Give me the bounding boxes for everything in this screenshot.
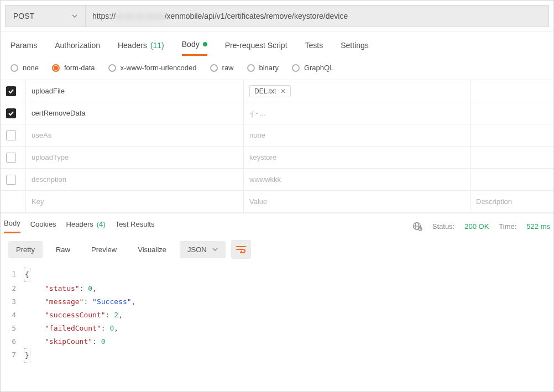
radio-raw[interactable]: raw [210,64,234,72]
radio-x-www[interactable]: x-www-form-urlencoded [108,64,197,72]
radio-icon [108,64,116,72]
http-method-label: POST [13,12,34,20]
remove-file-icon[interactable]: ✕ [280,87,286,95]
viewer-raw-button[interactable]: Raw [48,241,78,258]
description-cell[interactable] [471,102,553,124]
time-label: Time: [499,222,516,231]
row-checkbox-cell [1,147,26,168]
time-value: 522 ms [526,222,550,231]
key-cell[interactable]: uploadType [26,147,244,168]
row-checkbox[interactable] [6,108,16,118]
row-checkbox-cell [1,102,26,124]
key-cell[interactable]: useAs [26,124,244,146]
file-chip: DEL.txt ✕ [249,85,291,97]
value-cell[interactable]: ·{ - ... [244,102,471,124]
viewer-pretty-button[interactable]: Pretty [8,241,43,258]
row-checkbox[interactable] [6,86,16,96]
tab-params[interactable]: Params [11,40,37,56]
radio-binary[interactable]: binary [247,64,279,72]
description-cell[interactable] [471,169,553,190]
tab-tests[interactable]: Tests [305,40,323,56]
request-tabs: Params Authorization Headers(11) Body Pr… [1,32,553,56]
status-value: 200 OK [464,222,489,231]
response-tab-cookies[interactable]: Cookies [30,220,56,233]
response-tab-body[interactable]: Body [4,219,20,233]
value-cell[interactable]: Value [244,191,471,212]
url-prefix: https:// [92,12,116,20]
description-cell[interactable]: Description [471,191,553,212]
response-tabs: Body Cookies Headers(4) Test Results Sta… [1,213,553,233]
response-tab-headers[interactable]: Headers(4) [66,220,106,233]
row-checkbox[interactable] [6,153,16,163]
key-cell[interactable]: Key [26,191,244,212]
radio-icon [292,64,300,72]
response-tab-test-results[interactable]: Test Results [116,220,155,233]
dot-indicator-icon [203,42,207,46]
tab-prerequest[interactable]: Pre-request Script [225,40,288,56]
radio-icon [11,64,18,72]
radio-none[interactable]: none [11,64,39,72]
response-body-viewer[interactable]: 1{ 2"status": 0, 3"message": "Success", … [1,265,553,374]
table-row: uploadFile DEL.txt ✕ [1,80,553,102]
description-cell[interactable] [471,80,553,102]
status-label: Status: [432,222,454,231]
key-cell[interactable]: uploadFile [26,80,244,102]
file-name: DEL.txt [254,87,276,95]
table-row: uploadType keystore [1,147,553,169]
radio-icon [210,64,218,72]
viewer-visualize-button[interactable]: Visualize [130,241,174,258]
description-cell[interactable] [471,124,553,146]
description-cell[interactable] [471,147,553,168]
tab-authorization[interactable]: Authorization [55,40,100,56]
row-checkbox[interactable] [6,175,16,185]
value-cell[interactable]: wwwwkkk [244,169,471,190]
tab-body[interactable]: Body [182,40,207,56]
tab-settings[interactable]: Settings [341,40,369,56]
chevron-down-icon [212,247,218,252]
table-row: useAs none [1,124,553,147]
chevron-down-icon [72,12,77,20]
row-checkbox-cell [1,191,26,212]
radio-form-data[interactable]: form-data [52,64,95,72]
tab-headers[interactable]: Headers(11) [118,40,164,56]
viewer-toolbar: Pretty Raw Preview Visualize JSON [1,233,553,265]
table-row: description wwwwkkk [1,169,553,191]
value-placeholder: ·{ - ... [249,109,266,117]
row-checkbox-cell [1,169,26,190]
radio-icon [247,64,255,72]
row-checkbox-cell [1,80,26,102]
url-redacted: xx.xx.xx.xxxxx [116,12,165,20]
key-cell[interactable]: certRemoveData [26,102,244,124]
request-bar: POST https:// xx.xx.xx.xxxxx /xenmobile/… [1,1,553,32]
table-row: certRemoveData ·{ - ... [1,102,553,124]
form-data-table: uploadFile DEL.txt ✕ certRemoveData ·{ -… [1,80,553,213]
url-suffix: /xenmobile/api/v1/certificates/remove/ke… [165,12,348,20]
network-globe-icon[interactable] [412,221,422,231]
key-cell[interactable]: description [26,169,244,190]
value-cell[interactable]: keystore [244,147,471,168]
headers-count: (11) [150,41,164,50]
body-type-radios: none form-data x-www-form-urlencoded raw… [1,56,553,80]
http-method-select[interactable]: POST [5,5,85,27]
table-row-new: Key Value Description [1,191,553,213]
viewer-preview-button[interactable]: Preview [83,241,124,258]
row-checkbox-cell [1,124,26,146]
value-cell[interactable]: none [244,124,471,146]
value-cell[interactable]: DEL.txt ✕ [244,80,471,102]
url-input[interactable]: https:// xx.xx.xx.xxxxx /xenmobile/api/v… [85,5,549,27]
viewer-format-select[interactable]: JSON [180,241,226,258]
radio-graphql[interactable]: GraphQL [292,64,333,72]
row-checkbox[interactable] [6,130,16,140]
response-headers-count: (4) [97,220,106,228]
radio-icon [52,64,60,72]
wrap-lines-icon[interactable] [231,240,251,259]
